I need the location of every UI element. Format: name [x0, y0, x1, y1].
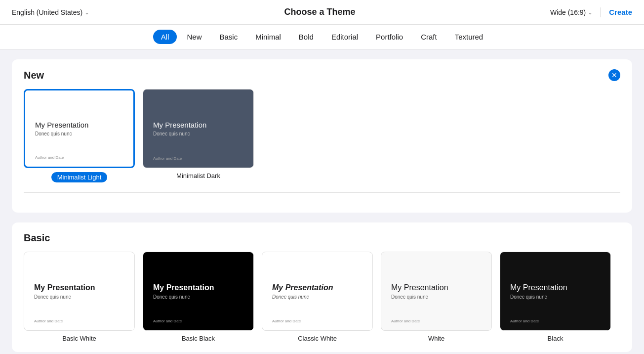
slide-subtitle: Donec quis nunc [153, 294, 243, 300]
theme-item-basic-black[interactable]: My Presentation Donec quis nunc Author a… [143, 252, 254, 342]
theme-item-basic-white[interactable]: My Presentation Donec quis nunc Author a… [24, 252, 135, 342]
create-button[interactable]: Create [609, 8, 632, 16]
new-section-header: New ✕ [24, 69, 620, 81]
slide-author: Author and Date [153, 156, 182, 161]
filter-bar: All New Basic Minimal Bold Editorial Por… [0, 25, 644, 49]
tab-all[interactable]: All [153, 30, 177, 44]
slide-title: My Presentation [153, 283, 243, 292]
slide-subtitle: Donec quis nunc [34, 294, 124, 300]
new-section-divider [24, 192, 620, 193]
slide-title: My Presentation [510, 283, 601, 292]
slide-subtitle: Donec quis nunc [35, 131, 123, 136]
slide-subtitle: Donec quis nunc [153, 131, 243, 136]
top-bar: English (United States) ⌄ Choose a Theme… [0, 0, 644, 25]
slide-subtitle: Donec quis nunc [510, 294, 601, 300]
basic-theme-grid: My Presentation Donec quis nunc Author a… [24, 252, 620, 342]
content-area: New ✕ My Presentation Donec quis nunc Au… [0, 49, 644, 354]
slide-title: My Presentation [153, 121, 243, 129]
language-chevron-icon: ⌄ [84, 9, 89, 16]
theme-label-minimalist-dark: Minimalist Dark [176, 172, 220, 179]
new-section-title: New [24, 70, 44, 81]
tab-portfolio[interactable]: Portfolio [368, 30, 411, 44]
theme-thumb-minimalist-dark: My Presentation Donec quis nunc Author a… [143, 89, 254, 168]
language-selector[interactable]: English (United States) ⌄ [12, 8, 89, 16]
new-section: New ✕ My Presentation Donec quis nunc Au… [12, 59, 632, 213]
new-section-close-button[interactable]: ✕ [608, 69, 620, 81]
theme-label-basic-white: Basic White [62, 335, 96, 342]
theme-item-white[interactable]: My Presentation Donec quis nunc Author a… [381, 252, 492, 342]
theme-thumb-classic-white: My Presentation Donec quis nunc Author a… [262, 252, 373, 331]
language-label: English (United States) [12, 8, 82, 16]
theme-thumb-basic-white: My Presentation Donec quis nunc Author a… [24, 252, 135, 331]
basic-section: Basic My Presentation Donec quis nunc Au… [12, 222, 632, 352]
basic-section-title: Basic [24, 232, 50, 244]
tab-textured[interactable]: Textured [447, 30, 491, 44]
tab-editorial[interactable]: Editorial [323, 30, 366, 44]
slide-author: Author and Date [35, 155, 64, 160]
slide-title: My Presentation [35, 121, 123, 129]
tab-minimal[interactable]: Minimal [247, 30, 289, 44]
theme-label-classic-white: Classic White [298, 335, 337, 342]
aspect-ratio-chevron-icon: ⌄ [588, 9, 593, 16]
slide-title: My Presentation [391, 283, 482, 292]
slide-title: My Presentation [34, 283, 124, 292]
slide-author: Author and Date [272, 319, 301, 323]
theme-thumb-white: My Presentation Donec quis nunc Author a… [381, 252, 492, 331]
theme-label-white: White [428, 335, 444, 342]
tab-basic[interactable]: Basic [211, 30, 245, 44]
tab-new[interactable]: New [179, 30, 209, 44]
top-bar-right: Wide (16:9) ⌄ Create [550, 7, 632, 17]
tab-bold[interactable]: Bold [291, 30, 322, 44]
basic-section-header: Basic [24, 232, 620, 244]
slide-author: Author and Date [391, 319, 420, 323]
slide-author: Author and Date [510, 319, 539, 323]
aspect-ratio-label: Wide (16:9) [550, 8, 586, 16]
slide-subtitle: Donec quis nunc [391, 294, 482, 300]
theme-thumb-minimalist-light: My Presentation Donec quis nunc Author a… [24, 89, 135, 168]
top-bar-divider [601, 7, 601, 17]
theme-thumb-basic-black: My Presentation Donec quis nunc Author a… [143, 252, 254, 331]
aspect-ratio-dropdown[interactable]: Wide (16:9) ⌄ [550, 8, 593, 16]
theme-item-classic-white[interactable]: My Presentation Donec quis nunc Author a… [262, 252, 373, 342]
tab-craft[interactable]: Craft [413, 30, 445, 44]
slide-title: My Presentation [272, 283, 362, 292]
slide-author: Author and Date [153, 319, 182, 323]
slide-author: Author and Date [34, 319, 63, 323]
theme-item-black[interactable]: My Presentation Donec quis nunc Author a… [500, 252, 611, 342]
new-theme-grid: My Presentation Donec quis nunc Author a… [24, 89, 620, 182]
theme-thumb-black: My Presentation Donec quis nunc Author a… [500, 252, 611, 331]
theme-label-minimalist-light: Minimalist Light [51, 172, 108, 182]
slide-subtitle: Donec quis nunc [272, 294, 362, 300]
theme-item-minimalist-light[interactable]: My Presentation Donec quis nunc Author a… [24, 89, 135, 182]
theme-label-basic-black: Basic Black [182, 335, 215, 342]
theme-label-black: Black [548, 335, 564, 342]
theme-item-minimalist-dark[interactable]: My Presentation Donec quis nunc Author a… [143, 89, 254, 182]
page-title: Choose a Theme [284, 7, 356, 17]
